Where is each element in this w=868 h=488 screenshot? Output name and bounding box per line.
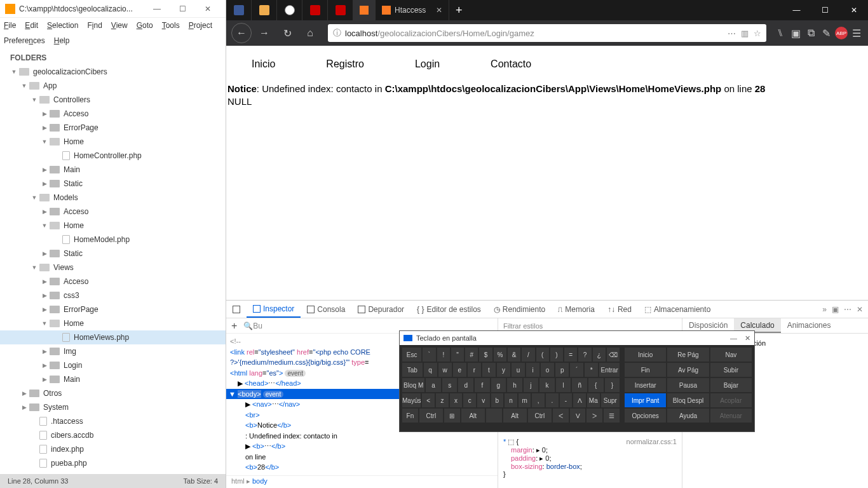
osk-key[interactable]: Esc [402, 348, 421, 362]
home-button[interactable]: ⌂ [300, 23, 320, 43]
menu-project[interactable]: Project [189, 21, 212, 30]
osk-key[interactable]: o [541, 363, 554, 377]
osk-key[interactable]: w [438, 363, 452, 377]
nav-login[interactable]: Login [415, 58, 440, 70]
nav-contacto[interactable]: Contacto [491, 58, 531, 70]
osk-key[interactable]: # [465, 348, 478, 362]
osk-key[interactable]: - [560, 393, 573, 407]
osk-key[interactable]: Alt [503, 409, 527, 423]
rdm-icon[interactable]: ▣ [832, 305, 839, 314]
osk-key[interactable]: * [585, 363, 598, 377]
library-icon[interactable]: ⑊ [774, 27, 787, 39]
menu-file[interactable]: File [4, 21, 16, 30]
osk-key[interactable]: $ [479, 348, 492, 362]
osk-key[interactable]: { [588, 378, 604, 392]
onscreen-keyboard[interactable]: Teclado en pantalla — ✕ Esc`!"#$%&/()=?¿… [399, 330, 755, 432]
tree-item[interactable]: ▶Main [0, 372, 226, 386]
tree-item[interactable]: ▶Acceso [0, 107, 226, 121]
osk-key[interactable]: < [422, 393, 435, 407]
menu-help[interactable]: Help [54, 36, 70, 45]
minimize-button[interactable]: — [782, 1, 811, 20]
bookmark-icon[interactable]: ☆ [754, 29, 761, 38]
pinned-tab-2[interactable] [252, 0, 277, 20]
tree-item[interactable]: .htaccess [0, 414, 226, 428]
add-icon[interactable]: + [231, 320, 237, 332]
dots-icon[interactable]: ⋯ [728, 29, 736, 38]
pinned-tab-youtube[interactable] [328, 0, 353, 20]
nav-registro[interactable]: Registro [326, 58, 364, 70]
abp-icon[interactable]: ABP [835, 27, 848, 39]
osk-key[interactable]: y [497, 363, 510, 377]
tree-item[interactable]: ▶Main [0, 163, 226, 177]
file-tree[interactable]: ▼geolocalizacionCibers▼App▼Controllers▶A… [0, 65, 226, 474]
tree-item[interactable]: ▼App [0, 79, 226, 93]
menu-goto[interactable]: Goto [137, 21, 153, 30]
osk-key[interactable]: Opciones [625, 409, 666, 423]
osk-key[interactable]: r [468, 363, 481, 377]
menu-view[interactable]: View [111, 21, 128, 30]
osk-key[interactable]: Ayuda [667, 409, 709, 423]
osk-key[interactable]: Nav [710, 348, 752, 362]
maximize-button[interactable]: ☐ [811, 1, 839, 20]
osk-minimize[interactable]: — [730, 334, 737, 342]
minimize-button[interactable]: — [144, 4, 170, 13]
osk-key[interactable]: n [505, 393, 517, 407]
osk-key[interactable]: t [482, 363, 496, 377]
osk-key[interactable]: Ma [587, 393, 600, 407]
osk-key[interactable]: } [605, 378, 620, 392]
pinned-tab-3[interactable] [277, 0, 302, 20]
osk-key[interactable]: Bloq Despl [667, 393, 709, 407]
highlight-icon[interactable]: ✎ [820, 27, 832, 39]
osk-key[interactable]: , [532, 393, 545, 407]
tree-item[interactable]: index.php [0, 442, 226, 456]
tree-item[interactable]: ▶Otros [0, 386, 226, 400]
osk-key[interactable]: / [522, 348, 534, 362]
sidebar-icon[interactable]: ▣ [789, 27, 802, 39]
url-bar[interactable]: ⓘ localhost/geolocalizacionCibers/Home/L… [328, 24, 766, 42]
osk-key[interactable]: ´ [570, 363, 583, 377]
tree-item[interactable]: ▶Acceso [0, 274, 226, 288]
osk-key[interactable]: % [494, 348, 506, 362]
osk-key[interactable]: ᐳ [587, 409, 602, 423]
osk-key[interactable]: Subir [710, 363, 752, 377]
osk-key[interactable]: v [477, 393, 490, 407]
tab-storage[interactable]: ⬚Almacenamiento [638, 301, 717, 318]
tree-item[interactable]: ▶Static [0, 177, 226, 191]
reader-icon[interactable]: ▥ [741, 29, 749, 38]
settings-icon[interactable]: ⋯ [844, 305, 851, 314]
tree-item[interactable]: pueba.php [0, 456, 226, 470]
osk-key[interactable]: ) [550, 348, 563, 362]
tab-console[interactable]: Consola [301, 301, 351, 318]
osk-key[interactable]: i [526, 363, 539, 377]
menu-icon[interactable]: ☰ [850, 27, 863, 39]
tab-close-icon[interactable]: ✕ [436, 6, 442, 15]
osk-key[interactable]: Acoplar [710, 393, 752, 407]
maximize-button[interactable]: ☐ [170, 4, 195, 13]
osk-key[interactable]: k [539, 378, 555, 392]
tree-item[interactable]: ▼Models [0, 191, 226, 205]
osk-key[interactable]: g [491, 378, 506, 392]
close-button[interactable]: ✕ [839, 1, 868, 20]
osk-key[interactable]: Entrar [599, 363, 620, 377]
tab-style-editor[interactable]: { }Editor de estilos [410, 301, 487, 318]
tree-item[interactable]: ▼Views [0, 261, 226, 274]
osk-key[interactable]: Re Pág [667, 348, 709, 362]
pinned-tab-facebook[interactable] [226, 0, 252, 20]
osk-key[interactable]: q [424, 363, 437, 377]
tree-item[interactable]: ▶Acceso [0, 205, 226, 219]
osk-key[interactable]: Inicio [625, 348, 666, 362]
tree-item[interactable]: ▶System [0, 400, 226, 414]
osk-key[interactable]: m [519, 393, 531, 407]
osk-key[interactable]: p [555, 363, 569, 377]
menu-tools[interactable]: Tools [162, 21, 180, 30]
breadcrumb[interactable]: html ▸ body [226, 475, 498, 488]
osk-key[interactable]: ¿ [593, 348, 606, 362]
osk-close[interactable]: ✕ [745, 334, 750, 342]
pinned-tab-4[interactable] [302, 0, 328, 20]
osk-key[interactable]: l [556, 378, 571, 392]
tree-item[interactable]: ▼geolocalizacionCibers [0, 65, 226, 79]
osk-key[interactable]: Ctrl [419, 409, 443, 423]
osk-key[interactable]: ñ [572, 378, 587, 392]
osk-key[interactable]: Pausa [667, 378, 709, 392]
tree-item[interactable]: ▼Home [0, 135, 226, 149]
